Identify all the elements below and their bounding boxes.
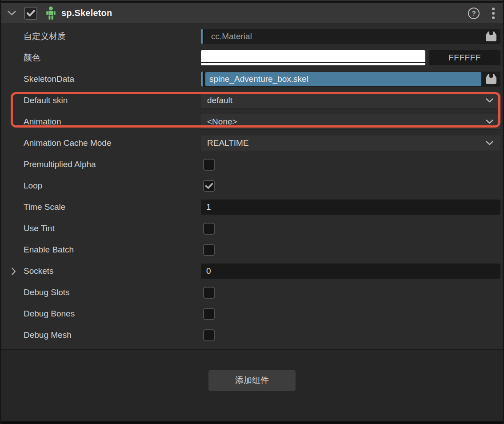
custom-material-value: cc.Material xyxy=(211,32,252,41)
row-default-skin: Default skin default xyxy=(1,90,503,111)
row-use-tint: Use Tint xyxy=(1,218,503,239)
custom-material-label: 自定义材质 xyxy=(12,31,66,42)
color-swatch[interactable] xyxy=(201,50,425,65)
animation-cache-mode-label: Animation Cache Mode xyxy=(12,138,112,148)
enable-batch-checkbox[interactable] xyxy=(203,244,215,256)
skeleton-data-label: SkeletonData xyxy=(12,74,74,84)
asset-accent-bar xyxy=(201,72,204,87)
row-sockets: Sockets 0 xyxy=(1,260,503,282)
row-debug-slots: Debug Slots xyxy=(1,282,503,303)
use-tint-checkbox[interactable] xyxy=(203,223,215,235)
skeleton-data-asset-field[interactable]: spine_Adventure_box.skel xyxy=(201,72,500,87)
animation-cache-mode-value: REALTIME xyxy=(207,138,249,148)
collapse-chevron-icon[interactable] xyxy=(6,9,18,17)
debug-slots-checkbox[interactable] xyxy=(203,287,215,299)
row-enable-batch: Enable Batch xyxy=(1,239,503,260)
row-color: 颜色 FFFFFF xyxy=(1,47,503,68)
row-animation: Animation <None> xyxy=(1,111,503,132)
loop-label: Loop xyxy=(12,181,42,191)
inspector-footer: 添加组件 xyxy=(1,349,503,421)
time-scale-input[interactable]: 1 xyxy=(201,200,500,215)
debug-bones-checkbox[interactable] xyxy=(203,308,215,320)
row-animation-cache-mode: Animation Cache Mode REALTIME xyxy=(1,132,503,154)
component-enabled-checkbox[interactable] xyxy=(24,7,37,20)
enable-batch-label: Enable Batch xyxy=(12,245,74,255)
default-skin-label: Default skin xyxy=(12,96,68,105)
component-title: sp.Skeleton xyxy=(61,8,112,18)
time-scale-label: Time Scale xyxy=(12,202,65,212)
panel-bottom-edge xyxy=(1,421,503,424)
properties-list: 自定义材质 cc.Material 颜色 FF xyxy=(1,23,503,349)
asset-picker-icon[interactable] xyxy=(485,31,497,42)
premultiplied-alpha-checkbox[interactable] xyxy=(203,159,215,171)
default-skin-select[interactable]: default xyxy=(201,93,500,108)
row-premultiplied-alpha: Premultiplied Alpha xyxy=(1,154,503,175)
sockets-count-input[interactable]: 0 xyxy=(201,264,500,279)
inspector-panel: sp.Skeleton ? 自定义材质 cc.Material xyxy=(0,0,504,424)
row-skeleton-data: SkeletonData spine_Adventure_box.skel xyxy=(1,68,503,90)
row-debug-bones: Debug Bones xyxy=(1,303,503,324)
row-custom-material: 自定义材质 cc.Material xyxy=(1,26,503,47)
color-label: 颜色 xyxy=(12,52,40,64)
debug-bones-label: Debug Bones xyxy=(12,309,75,319)
row-loop: Loop xyxy=(1,175,503,196)
asset-picker-icon[interactable] xyxy=(485,74,497,85)
asset-accent-bar xyxy=(201,29,204,44)
sockets-label: Sockets xyxy=(24,266,54,276)
sockets-expand-chevron-icon[interactable] xyxy=(12,268,24,275)
color-hex-value[interactable]: FFFFFF xyxy=(429,50,500,65)
debug-mesh-checkbox[interactable] xyxy=(203,329,215,341)
chevron-down-icon xyxy=(486,98,493,103)
loop-checkbox[interactable] xyxy=(203,180,215,192)
skeleton-data-value: spine_Adventure_box.skel xyxy=(205,72,481,86)
default-skin-value: default xyxy=(207,96,232,105)
debug-mesh-label: Debug Mesh xyxy=(12,330,72,340)
add-component-button[interactable]: 添加组件 xyxy=(208,370,296,391)
skeleton-icon xyxy=(45,6,56,20)
animation-select[interactable]: <None> xyxy=(201,114,500,129)
row-time-scale: Time Scale 1 xyxy=(1,196,503,218)
row-debug-mesh: Debug Mesh xyxy=(1,324,503,346)
animation-cache-mode-select[interactable]: REALTIME xyxy=(201,136,500,151)
debug-slots-label: Debug Slots xyxy=(12,288,70,297)
chevron-down-icon xyxy=(486,141,493,145)
component-header: sp.Skeleton ? xyxy=(1,3,503,23)
help-glyph: ? xyxy=(472,9,476,17)
chevron-down-icon xyxy=(486,120,493,124)
custom-material-asset-field[interactable]: cc.Material xyxy=(201,29,500,44)
animation-value: <None> xyxy=(207,117,237,127)
kebab-menu-icon[interactable] xyxy=(491,7,496,20)
premultiplied-alpha-label: Premultiplied Alpha xyxy=(12,160,96,169)
help-icon[interactable]: ? xyxy=(468,8,480,19)
animation-label: Animation xyxy=(12,117,61,127)
use-tint-label: Use Tint xyxy=(12,224,55,233)
